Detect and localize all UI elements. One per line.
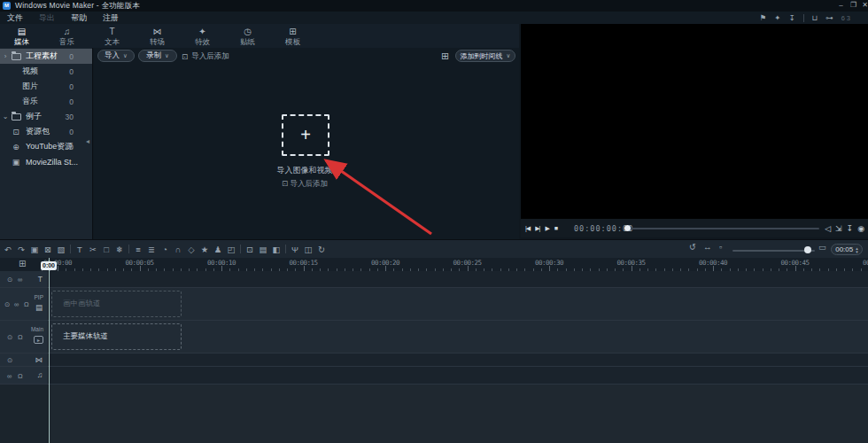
transport-controls: |◀▶|▶■: [525, 219, 557, 237]
volume-icon[interactable]: ◁: [825, 224, 831, 233]
menu-help[interactable]: 帮助: [71, 12, 87, 24]
menu-export[interactable]: 导出: [39, 12, 55, 24]
tab-transitions[interactable]: ⋈ 转场: [136, 24, 178, 48]
close-button[interactable]: ✕: [859, 0, 868, 11]
preview-right-icons: ◁⇲↧◉: [825, 219, 864, 237]
item-icon: ⊕: [11, 143, 21, 152]
minimize-button[interactable]: –: [835, 0, 847, 11]
refresh-icon[interactable]: ↺: [689, 242, 696, 252]
menu-file[interactable]: 文件: [7, 12, 23, 24]
zoom-out-icon[interactable]: ▫: [719, 242, 722, 252]
track-audio[interactable]: ∞ Ω ♫: [0, 367, 868, 385]
record-button[interactable]: 录制 ∨: [138, 50, 177, 62]
tab-effects[interactable]: ✦ 特效: [182, 24, 223, 48]
key-icon[interactable]: ⊶: [825, 13, 833, 22]
fullscreen-icon[interactable]: ⇲: [835, 224, 842, 233]
tab-stickers[interactable]: ◷ 贴纸: [227, 24, 268, 48]
seek-bar[interactable]: [627, 228, 819, 229]
link-icon[interactable]: ∞: [18, 276, 22, 284]
grid-view-icon[interactable]: ⊞: [441, 51, 449, 62]
sidebar-pictures[interactable]: 图片 0: [0, 79, 92, 94]
timeline-zoom-controls: ↺ ↔ ▫ ▭ 00:05 ▴▾: [0, 242, 868, 256]
expand-chevron-icon[interactable]: ›: [2, 52, 9, 60]
tab-text[interactable]: T 文本: [91, 24, 133, 48]
lock-icon[interactable]: Ω: [24, 300, 29, 308]
save-icon[interactable]: ↧: [788, 13, 794, 22]
sidebar-samples[interactable]: ⌄ 例子 30: [0, 109, 92, 124]
seek-handle[interactable]: [624, 225, 631, 231]
cart-icon[interactable]: ⊔: [812, 13, 818, 22]
zoom-slider[interactable]: [732, 250, 815, 252]
item-icon: ⊡: [11, 128, 21, 136]
preview-viewport[interactable]: [521, 24, 868, 219]
link-icon[interactable]: ∞: [7, 372, 12, 380]
playhead-line[interactable]: [49, 258, 50, 443]
menu-items: 文件导出帮助注册: [7, 12, 119, 24]
sidebar-project-media[interactable]: › 工程素材 0: [0, 49, 92, 64]
zoom-slider-handle[interactable]: [804, 246, 811, 253]
add-to-timeline-button[interactable]: 添加到时间线 ∨: [455, 50, 515, 62]
sidebar-moviezilla[interactable]: ▣ MovieZilla St...: [0, 154, 92, 169]
lock-icon[interactable]: Ω: [18, 372, 23, 380]
snapshot-icon[interactable]: ↧: [847, 224, 854, 233]
import-dropzone[interactable]: +: [282, 114, 329, 156]
maximize-button[interactable]: ❐: [848, 0, 859, 11]
track-text-content[interactable]: [49, 271, 868, 287]
track-main[interactable]: 主要媒体轨道 ⊙ Ω Main ▸: [0, 321, 868, 354]
main-track-icon: ▸: [34, 336, 43, 344]
track-main-content[interactable]: 主要媒体轨道: [49, 321, 868, 353]
wand-icon[interactable]: ✦: [774, 13, 780, 22]
promo-icon[interactable]: ⚑: [760, 13, 767, 22]
track-pip-content[interactable]: 画中画轨道: [49, 288, 868, 320]
track-text-header: ⊙ ∞ T: [0, 271, 49, 287]
app-logo-icon: M: [3, 2, 11, 10]
zoom-in-icon[interactable]: ▭: [818, 242, 826, 252]
pip-track-placeholder[interactable]: 画中画轨道: [51, 291, 182, 317]
library-sidebar: › 工程素材 0 视频 0 图片 0 音乐: [0, 48, 93, 239]
tab-icon: ✦: [198, 27, 205, 36]
manage-tracks-icon[interactable]: ⊞: [19, 259, 26, 268]
main-track-placeholder[interactable]: 主要媒体轨道: [51, 323, 182, 350]
track-audio-header: ∞ Ω ♫: [0, 367, 49, 384]
checkbox-icon: ⊡: [182, 52, 188, 61]
default-duration-spinner[interactable]: 00:05 ▴▾: [831, 244, 863, 255]
track-transition[interactable]: ⊙ ⋈: [0, 354, 868, 367]
preview-controls: |◀▶|▶■ 00:00:00:00 ◁⇲↧◉: [521, 219, 868, 237]
spinner-arrows-icon[interactable]: ▴▾: [856, 246, 858, 253]
playhead-flag[interactable]: 0:00: [41, 261, 57, 270]
lock-icon[interactable]: Ω: [18, 333, 23, 341]
tab-templates[interactable]: ⊞ 模板: [272, 24, 314, 48]
tab-music[interactable]: ♫ 音乐: [46, 24, 88, 48]
import-button[interactable]: 导入 ∨: [97, 50, 135, 62]
timeline-ruler[interactable]: 00:00:0000:00:0500:00:1000:00:1500:00:20…: [0, 258, 868, 271]
tab-media[interactable]: ▤ 媒体: [1, 24, 43, 48]
next-frame-button[interactable]: ▶|: [535, 225, 539, 232]
visibility-icon[interactable]: ⊙: [7, 276, 12, 284]
track-pip[interactable]: 画中画轨道 ⊙ ∞ Ω PIP ▤: [0, 288, 868, 321]
transition-track-icon: ⋈: [35, 355, 43, 364]
visibility-icon[interactable]: ⊙: [7, 333, 12, 341]
panel-collapse-icon[interactable]: ◂: [86, 137, 89, 145]
dropzone-title: 导入图像和视频: [198, 165, 411, 176]
media-panel: 导入 ∨ 录制 ∨ ⊡ 导入后添加 ⊞ 添加到时间线 ∨ + 导入图像和视频 ⊡…: [94, 48, 519, 239]
play-button[interactable]: ▶: [545, 225, 548, 232]
link-icon[interactable]: ∞: [14, 300, 19, 308]
expand-chevron-icon[interactable]: ⌄: [2, 113, 9, 120]
dropzone-subtitle[interactable]: ⊡ 导入后添加: [198, 179, 411, 190]
sidebar-videos[interactable]: 视频 0: [0, 64, 92, 79]
camera-icon[interactable]: ◉: [857, 224, 864, 233]
sidebar-youtube[interactable]: ⊕ YouTube资源 0: [0, 139, 92, 154]
sidebar-music[interactable]: 音乐 0: [0, 94, 92, 109]
add-after-import-checkbox[interactable]: ⊡ 导入后添加: [182, 51, 229, 62]
track-transition-content[interactable]: [49, 354, 868, 366]
track-text[interactable]: ⊙ ∞ T: [0, 271, 868, 288]
fit-timeline-icon[interactable]: ↔: [703, 242, 712, 252]
visibility-icon[interactable]: ⊙: [7, 356, 12, 364]
visibility-icon[interactable]: ⊙: [4, 300, 10, 308]
prev-frame-button[interactable]: |◀: [525, 225, 530, 232]
sidebar-resource-pack[interactable]: ⊡ 资源包 0: [0, 124, 92, 139]
stop-button[interactable]: ■: [554, 225, 557, 231]
menu-register[interactable]: 注册: [103, 12, 119, 24]
track-audio-content[interactable]: [49, 367, 868, 384]
text-track-icon: T: [38, 275, 43, 284]
